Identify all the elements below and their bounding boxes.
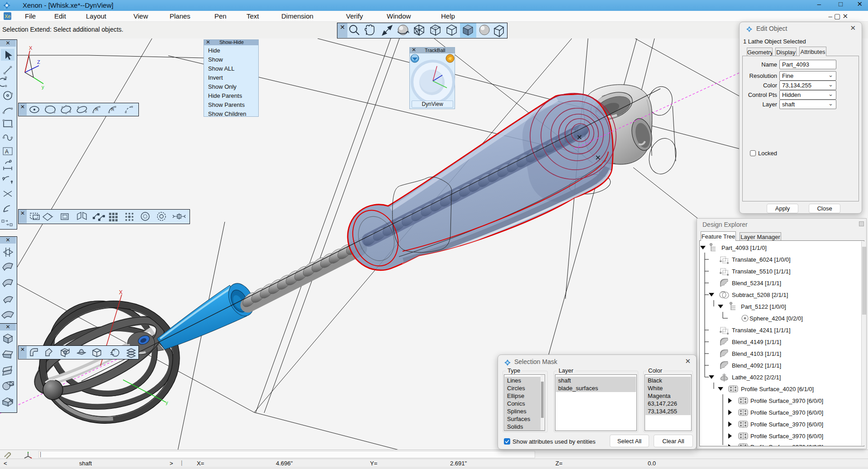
svg-text:y: y xyxy=(166,400,168,405)
svg-text:Blend_4149 [1/1/1]: Blend_4149 [1/1/1] xyxy=(732,339,781,345)
svg-text:R: R xyxy=(113,348,115,352)
svg-text:X: X xyxy=(29,45,33,51)
svg-text:y: y xyxy=(42,84,44,90)
svg-text:Blend_4103 [1/1/1]: Blend_4103 [1/1/1] xyxy=(732,350,781,357)
svg-text:Translate_6024 [1/0/0]: Translate_6024 [1/0/0] xyxy=(732,256,791,263)
svg-text:Z: Z xyxy=(37,59,40,65)
svg-text:Profile Surface_4020 [6/1/0]: Profile Surface_4020 [6/1/0] xyxy=(741,386,814,392)
svg-text:A: A xyxy=(5,148,9,155)
svg-text:Xe: Xe xyxy=(5,14,10,19)
svg-text:Subtract_5208 [2/1/1]: Subtract_5208 [2/1/1] xyxy=(732,292,788,298)
svg-text:Translate_4241 [1/1/1]: Translate_4241 [1/1/1] xyxy=(732,327,791,334)
svg-text:Profile Surface_3970 [6/0/0]: Profile Surface_3970 [6/0/0] xyxy=(750,433,823,440)
svg-text:Lathe_4022 [2/2/1]: Lathe_4022 [2/2/1] xyxy=(732,374,781,381)
svg-text:Sphere_4204 [0/2/0]: Sphere_4204 [0/2/0] xyxy=(749,315,803,322)
svg-text:Part_4093 [1/1/0]: Part_4093 [1/1/0] xyxy=(721,244,767,251)
svg-text:X: X xyxy=(119,289,123,296)
svg-text:Blend_5234 [1/1/1]: Blend_5234 [1/1/1] xyxy=(732,280,781,287)
svg-text:R: R xyxy=(95,107,99,112)
svg-text:Profile Surface_3970 [6/0/0]: Profile Surface_3970 [6/0/0] xyxy=(750,397,823,404)
svg-text:Profile Surface_3970 [6/0/0]: Profile Surface_3970 [6/0/0] xyxy=(750,421,823,428)
svg-text:Translate_5510 [1/1/1]: Translate_5510 [1/1/1] xyxy=(732,268,791,275)
svg-text:Part_5122 [1/0/0]: Part_5122 [1/0/0] xyxy=(741,303,786,310)
svg-text:R: R xyxy=(111,107,114,112)
svg-text:Blend_4092 [1/1/1]: Blend_4092 [1/1/1] xyxy=(732,362,781,369)
svg-text:Profile Surface_3970 [6/0/0]: Profile Surface_3970 [6/0/0] xyxy=(750,444,823,446)
svg-text:Profile Surface_3970 [6/0/0]: Profile Surface_3970 [6/0/0] xyxy=(750,409,823,416)
